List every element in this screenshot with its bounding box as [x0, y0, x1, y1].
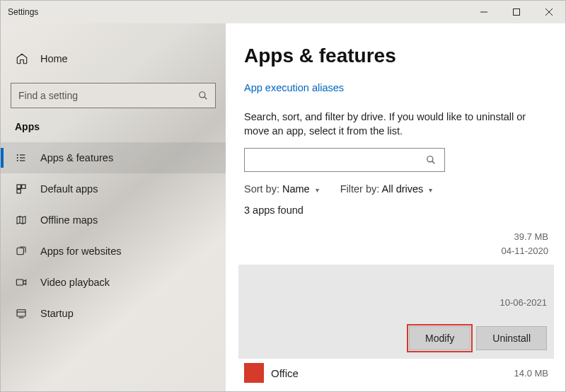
nav-label: Default apps [40, 183, 98, 195]
description-text: Search, sort, and filter by drive. If yo… [244, 110, 548, 138]
search-icon [426, 155, 436, 165]
nav-apps-features[interactable]: Apps & features [1, 142, 226, 173]
svg-line-23 [432, 161, 435, 164]
filter-value: All drives [382, 183, 424, 195]
section-title: Apps [1, 121, 226, 132]
apps-count: 3 apps found [244, 204, 551, 216]
app-date: 04-11-2020 [502, 244, 549, 258]
sidebar: Home Apps Apps & features [1, 23, 226, 391]
sort-value: Name [282, 183, 310, 195]
app-item-selected[interactable]: 10-06-2021 Modify Uninstall [238, 265, 554, 359]
home-link[interactable]: Home [1, 45, 226, 73]
svg-rect-14 [17, 190, 21, 193]
page-title: Apps & features [244, 45, 551, 67]
app-item[interactable]: 39.7 MB 04-11-2020 [244, 230, 551, 258]
sort-by-dropdown[interactable]: Sort by: Name ▾ [244, 183, 319, 195]
minimize-button[interactable] [468, 1, 500, 23]
app-search-input[interactable] [244, 148, 445, 172]
list-icon [15, 151, 28, 164]
svg-rect-12 [17, 185, 21, 188]
filter-by-dropdown[interactable]: Filter by: All drives ▾ [340, 183, 433, 195]
map-icon [15, 214, 28, 226]
close-button[interactable] [533, 1, 565, 23]
app-size: 39.7 MB [514, 230, 548, 244]
defaults-icon [15, 183, 28, 195]
window-controls [468, 1, 565, 23]
svg-rect-18 [16, 279, 23, 285]
home-icon [15, 52, 29, 66]
chevron-down-icon: ▾ [316, 186, 319, 194]
svg-line-5 [204, 97, 207, 100]
chevron-down-icon: ▾ [429, 186, 432, 194]
app-size: 14.0 MB [514, 368, 548, 379]
app-date: 10-06-2021 [246, 297, 547, 308]
search-input[interactable] [11, 83, 216, 108]
titlebar: Settings [1, 1, 565, 23]
search-icon [198, 91, 208, 100]
nav-label: Apps for websites [40, 246, 121, 257]
svg-rect-13 [22, 185, 25, 188]
nav-label: Startup [40, 308, 74, 319]
home-label: Home [40, 53, 68, 64]
app-item[interactable]: Office 14.0 MB [244, 359, 551, 383]
window-title: Settings [8, 7, 38, 17]
nav-startup[interactable]: Startup [1, 298, 226, 329]
nav-label: Apps & features [40, 152, 113, 163]
nav-apps-websites[interactable]: Apps for websites [1, 236, 226, 267]
nav-label: Offline maps [40, 214, 98, 226]
app-link-icon [15, 245, 28, 258]
uninstall-button[interactable]: Uninstall [476, 326, 547, 350]
modify-button[interactable]: Modify [409, 326, 470, 350]
svg-rect-19 [17, 310, 25, 316]
maximize-button[interactable] [500, 1, 533, 23]
video-icon [15, 276, 28, 289]
office-icon [244, 363, 264, 383]
execution-aliases-link[interactable]: App execution aliases [244, 82, 344, 93]
startup-icon [15, 307, 28, 320]
svg-rect-1 [514, 9, 520, 16]
sort-label: Sort by: [244, 183, 279, 195]
app-name: Office [271, 367, 299, 379]
svg-rect-17 [17, 248, 23, 254]
search-field[interactable] [18, 90, 198, 101]
svg-point-22 [427, 156, 433, 162]
filter-label: Filter by: [340, 183, 380, 195]
nav-video-playback[interactable]: Video playback [1, 267, 226, 298]
nav-default-apps[interactable]: Default apps [1, 173, 226, 204]
nav-label: Video playback [40, 277, 110, 288]
main-content: Apps & features App execution aliases Se… [226, 23, 565, 391]
svg-point-4 [200, 92, 205, 98]
nav-offline-maps[interactable]: Offline maps [1, 204, 226, 236]
